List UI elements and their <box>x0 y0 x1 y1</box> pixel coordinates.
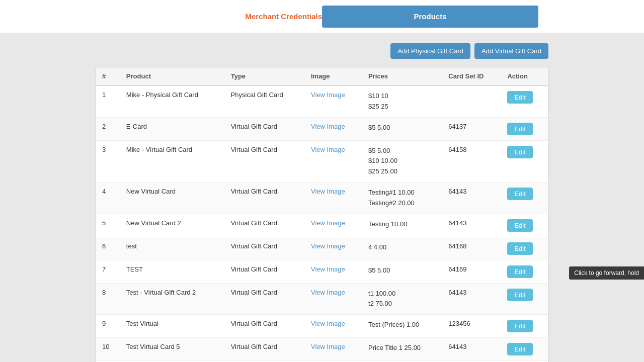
cell-action: Edit <box>501 117 548 140</box>
cell-num: 8 <box>96 283 120 315</box>
cell-image[interactable]: View Image <box>305 315 362 338</box>
table-row: 8 Test - Virtual Gift Card 2 Virtual Gif… <box>96 283 548 315</box>
cell-num: 2 <box>96 117 120 140</box>
edit-button[interactable]: Edit <box>507 242 532 255</box>
cell-type: Virtual Gift Card <box>225 117 305 140</box>
cell-card-set-id: 64169 <box>442 260 501 283</box>
cell-prices: Testing 10.00 <box>362 214 442 237</box>
cell-action: Edit <box>501 85 548 117</box>
cell-image[interactable]: View Image <box>305 117 362 140</box>
col-header-image: Image <box>305 67 362 85</box>
cell-product: Test Virtual <box>120 315 225 338</box>
cell-type: Virtual Gift Card <box>225 214 305 237</box>
view-image-link[interactable]: View Image <box>311 188 345 195</box>
cell-type: Virtual Gift Card <box>225 338 305 361</box>
cell-image[interactable]: View Image <box>305 182 362 214</box>
table-row: 3 Mike - Virtual Gift Card Virtual Gift … <box>96 140 548 182</box>
cell-num: 10 <box>96 338 120 361</box>
edit-button[interactable]: Edit <box>507 320 532 332</box>
cell-num: 1 <box>96 85 120 117</box>
forward-tooltip: Click to go forward, hold <box>569 266 644 280</box>
cell-product: test <box>120 237 225 260</box>
col-header-num: # <box>96 67 120 85</box>
products-table: # Product Type Image Prices Card Set ID … <box>96 67 548 362</box>
add-virtual-gift-card-button[interactable]: Add Virtual Gift Card <box>474 43 548 59</box>
cell-image[interactable]: View Image <box>305 214 362 237</box>
view-image-link[interactable]: View Image <box>311 219 345 227</box>
add-physical-gift-card-button[interactable]: Add Physical Gift Card <box>390 43 470 59</box>
cell-card-set-id: 64158 <box>442 140 501 182</box>
main-content: Add Physical Gift Card Add Virtual Gift … <box>0 33 644 362</box>
cell-product: Mike - Virtual Gift Card <box>120 140 225 182</box>
col-header-product: Product <box>120 67 225 85</box>
cell-action: Edit <box>501 140 548 182</box>
cell-product: Mike - Physical Gift Card <box>120 85 225 117</box>
cell-prices: Test (Prices) 1.00 <box>362 315 442 338</box>
cell-prices: Testing#1 10.00 Testing#2 20.00 <box>362 182 442 214</box>
cell-card-set-id: 123456 <box>442 315 501 338</box>
products-table-container: # Product Type Image Prices Card Set ID … <box>96 67 548 362</box>
cell-num: 9 <box>96 315 120 338</box>
table-header-row: # Product Type Image Prices Card Set ID … <box>96 67 548 85</box>
edit-button[interactable]: Edit <box>507 219 532 232</box>
cell-action: Edit <box>501 315 548 338</box>
cell-image[interactable]: View Image <box>305 85 362 117</box>
view-image-link[interactable]: View Image <box>311 242 345 250</box>
cell-product: New Virtual Card 2 <box>120 214 225 237</box>
cell-image[interactable]: View Image <box>305 140 362 182</box>
table-row: 9 Test Virtual Virtual Gift Card View Im… <box>96 315 548 338</box>
view-image-link[interactable]: View Image <box>311 123 345 130</box>
edit-button[interactable]: Edit <box>507 343 532 355</box>
cell-card-set-id: 64143 <box>442 182 501 214</box>
cell-product: Test - Virtual Gift Card 2 <box>120 283 225 315</box>
view-image-link[interactable]: View Image <box>311 91 345 99</box>
cell-num: 7 <box>96 260 120 283</box>
cell-type: Virtual Gift Card <box>225 140 305 182</box>
cell-num: 4 <box>96 182 120 214</box>
view-image-link[interactable]: View Image <box>311 320 345 327</box>
view-image-link[interactable]: View Image <box>311 343 345 350</box>
col-header-prices: Prices <box>362 67 442 85</box>
table-row: 6 test Virtual Gift Card View Image 4 4.… <box>96 237 548 260</box>
edit-button[interactable]: Edit <box>507 265 532 278</box>
cell-type: Physical Gift Card <box>225 85 305 117</box>
action-buttons: Add Physical Gift Card Add Virtual Gift … <box>96 43 548 59</box>
cell-type: Virtual Gift Card <box>225 237 305 260</box>
cell-action: Edit <box>501 260 548 283</box>
edit-button[interactable]: Edit <box>507 91 532 104</box>
edit-button[interactable]: Edit <box>507 146 532 158</box>
cell-type: Virtual Gift Card <box>225 283 305 315</box>
cell-action: Edit <box>501 338 548 361</box>
cell-card-set-id: 64137 <box>442 117 501 140</box>
cell-num: 6 <box>96 237 120 260</box>
cell-num: 5 <box>96 214 120 237</box>
table-row: 2 E-Card Virtual Gift Card View Image $5… <box>96 117 548 140</box>
cell-prices: $10 10 $25 25 <box>362 85 442 117</box>
cell-image[interactable]: View Image <box>305 338 362 361</box>
cell-product: E-Card <box>120 117 225 140</box>
merchant-credentials-link[interactable]: Merchant Credentials <box>245 12 322 21</box>
products-tab[interactable]: Products <box>322 6 538 28</box>
cell-card-set-id: 64143 <box>442 283 501 315</box>
cell-image[interactable]: View Image <box>305 237 362 260</box>
view-image-link[interactable]: View Image <box>311 146 345 153</box>
cell-card-set-id: 64143 <box>442 214 501 237</box>
edit-button[interactable]: Edit <box>507 188 532 200</box>
cell-action: Edit <box>501 214 548 237</box>
view-image-link[interactable]: View Image <box>311 289 345 296</box>
cell-card-set-id: 64143 <box>442 338 501 361</box>
cell-action: Edit <box>501 182 548 214</box>
table-row: 1 Mike - Physical Gift Card Physical Gif… <box>96 85 548 117</box>
cell-prices: $5 5.00 <box>362 117 442 140</box>
cell-type: Virtual Gift Card <box>225 182 305 214</box>
table-row: 7 TEST Virtual Gift Card View Image $5 5… <box>96 260 548 283</box>
cell-image[interactable]: View Image <box>305 283 362 315</box>
table-row: 5 New Virtual Card 2 Virtual Gift Card V… <box>96 214 548 237</box>
view-image-link[interactable]: View Image <box>311 265 345 273</box>
cell-product: Test Virtual Card 5 <box>120 338 225 361</box>
cell-prices: 4 4.00 <box>362 237 442 260</box>
cell-type: Virtual Gift Card <box>225 260 305 283</box>
cell-image[interactable]: View Image <box>305 260 362 283</box>
edit-button[interactable]: Edit <box>507 289 532 301</box>
edit-button[interactable]: Edit <box>507 123 532 135</box>
